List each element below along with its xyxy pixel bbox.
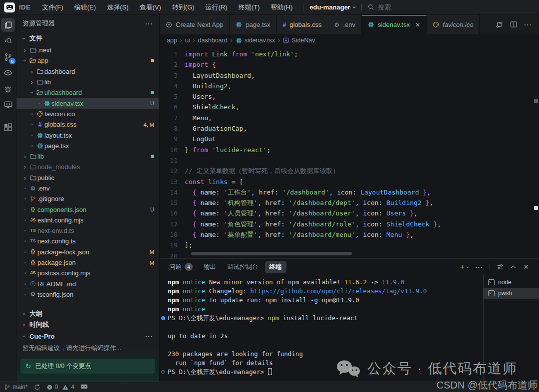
- section-outline[interactable]: › 大纲: [16, 308, 159, 319]
- editor-more-icon[interactable]: ···: [524, 21, 532, 28]
- tree-item-app[interactable]: ›app: [16, 55, 159, 66]
- tree-item-readme-md[interactable]: ⓘREADME.md: [16, 279, 159, 289]
- eye-activity-icon[interactable]: [1, 66, 15, 80]
- tree-item-lib[interactable]: ›lib: [16, 77, 159, 87]
- tree-item-public[interactable]: ›public: [16, 173, 159, 183]
- split-editor-icon[interactable]: [510, 21, 517, 28]
- chevron-collapsed-icon[interactable]: ›: [21, 153, 28, 160]
- breadcrumb-dashboard[interactable]: dashboard: [198, 37, 228, 44]
- menu-查看-v[interactable]: 查看(V): [135, 1, 165, 13]
- code-line-19[interactable]: 19];: [160, 240, 539, 250]
- code-editor[interactable]: 1import Link from 'next/link';2import {3…: [160, 47, 539, 258]
- code-line-15[interactable]: 15 { name: '机构管理', href: '/dashboard/dep…: [160, 197, 539, 208]
- menu-选择-s[interactable]: 选择(S): [102, 1, 133, 13]
- tree-item-page-tsx[interactable]: page.tsx: [16, 141, 159, 151]
- problems-indicator[interactable]: 0 4: [46, 384, 74, 391]
- tree-item-postcss-config-mjs[interactable]: JSpostcss.config.mjs: [16, 268, 159, 278]
- menu-终端-t[interactable]: 终端(T): [234, 1, 265, 13]
- search-activity-icon[interactable]: [1, 34, 15, 48]
- tree-item-gitignore[interactable]: .gitignore: [16, 194, 159, 204]
- branch-indicator[interactable]: main*: [4, 384, 28, 391]
- code-line-3[interactable]: 3 LayoutDashboard,: [160, 70, 539, 81]
- feedback-button[interactable]: [80, 384, 88, 390]
- tab-globals-css[interactable]: #globals.css: [277, 15, 328, 34]
- close-tab-icon[interactable]: ✕: [415, 21, 420, 28]
- tree-item-env[interactable]: ⚙.env: [16, 183, 159, 194]
- section-files[interactable]: › 文件: [16, 32, 159, 45]
- preview-monitor-activity-icon[interactable]: [1, 98, 15, 112]
- tree-item-dashboard[interactable]: ›dashboard: [16, 66, 159, 77]
- debug-activity-icon[interactable]: [1, 82, 15, 96]
- tree-item-node-modules[interactable]: ›node_modules: [16, 162, 159, 172]
- code-line-17[interactable]: 17 { name: '角色管理', href: '/dashboard/rol…: [160, 219, 539, 229]
- panel-tab-输出[interactable]: 输出: [199, 261, 221, 273]
- chevron-collapsed-icon[interactable]: ›: [21, 47, 28, 53]
- chevron-collapsed-icon[interactable]: ›: [21, 175, 28, 181]
- new-terminal-button[interactable]: ＋›: [459, 262, 469, 272]
- menu-转到-g[interactable]: 转到(G): [168, 1, 199, 13]
- code-line-1[interactable]: 1import Link from 'next/link';: [160, 49, 539, 59]
- code-line-12[interactable]: 12// 定义菜单数据（暂时写死，后续会从数据库读取）: [160, 166, 539, 176]
- tree-item-next[interactable]: ›.next: [16, 45, 159, 55]
- tab-create-next-app[interactable]: Create Next App: [160, 15, 230, 34]
- open-changes-icon[interactable]: [496, 21, 503, 28]
- cue-more-icon[interactable]: ···: [145, 333, 153, 340]
- panel-more-icon[interactable]: ···: [475, 263, 483, 271]
- source-control-activity-icon[interactable]: 6: [1, 50, 15, 64]
- tree-item-sidenav-tsx[interactable]: sidenav.tsxU: [16, 98, 159, 108]
- breadcrumb-sidenav-tsx[interactable]: sidenav.tsx: [236, 37, 275, 44]
- chevron-collapsed-icon[interactable]: ›: [28, 68, 35, 75]
- extensions-activity-icon[interactable]: [1, 120, 15, 134]
- menu-编辑-e[interactable]: 编辑(E): [70, 1, 100, 13]
- code-line-8[interactable]: 8 GraduationCap,: [160, 123, 539, 134]
- menu-运行-r[interactable]: 运行(R): [201, 1, 232, 13]
- section-timeline[interactable]: › 时间线: [16, 319, 159, 330]
- chevron-collapsed-icon[interactable]: ›: [21, 164, 28, 170]
- tree-item-package-json[interactable]: {}package.jsonM: [16, 257, 159, 268]
- tree-item-components-json[interactable]: {}components.jsonU: [16, 204, 159, 214]
- breadcrumb-ui[interactable]: ui: [185, 37, 190, 44]
- menu-帮助-h[interactable]: 帮助(H): [266, 1, 297, 13]
- app-logo-icon[interactable]: [4, 2, 15, 12]
- cue-status[interactable]: ↻ 已处理 0/0 个变更点: [20, 359, 155, 374]
- tree-item-next-env-d-ts[interactable]: TSnext-env.d.ts: [16, 225, 159, 236]
- panel-tab-调试控制台[interactable]: 调试控制台: [223, 261, 263, 273]
- tree-item-lib[interactable]: ›lib: [16, 151, 159, 162]
- code-line-4[interactable]: 4 Building2,: [160, 81, 539, 91]
- terminal-instance-node[interactable]: >_node: [484, 277, 539, 288]
- code-line-16[interactable]: 16 { name: '人员管理', href: '/dashboard/use…: [160, 208, 539, 218]
- tab-favicon-ico[interactable]: favicon.ico: [427, 15, 480, 34]
- code-line-2[interactable]: 2import {: [160, 59, 539, 70]
- tab-page-tsx[interactable]: page.tsx: [230, 15, 276, 34]
- horizontal-scrollbar[interactable]: [191, 252, 352, 255]
- tree-item-package-lock-json[interactable]: {}package-lock.jsonM: [16, 247, 159, 257]
- maximize-panel-icon[interactable]: [510, 264, 517, 270]
- code-line-9[interactable]: 9 LogOut: [160, 134, 539, 144]
- sidebar-more-icon[interactable]: ···: [145, 20, 153, 27]
- code-line-14[interactable]: 14 { name: '工作台', href: '/dashboard', ic…: [160, 187, 539, 197]
- tree-item-globals-css[interactable]: #globals.css4, M: [16, 119, 159, 130]
- sync-button[interactable]: [34, 384, 40, 391]
- code-line-5[interactable]: 5 Users,: [160, 91, 539, 102]
- code-line-6[interactable]: 6 ShieldCheck,: [160, 102, 539, 112]
- tree-item-favicon-ico[interactable]: favicon.ico: [16, 109, 159, 119]
- panel-tab-问题[interactable]: 问题4: [165, 261, 197, 273]
- terminal-settings-icon[interactable]: [497, 263, 504, 270]
- tab-sidenav-tsx[interactable]: sidenav.tsx✕: [362, 15, 427, 34]
- tree-item-layout-tsx[interactable]: layout.tsx: [16, 130, 159, 140]
- code-line-18[interactable]: 18 { name: '菜单配置', href: '/dashboard/men…: [160, 229, 539, 240]
- global-search[interactable]: 搜索: [368, 3, 391, 12]
- panel-tab-终端[interactable]: 终端: [265, 261, 286, 273]
- tree-item-eslint-config-mjs[interactable]: JSeslint.config.mjs: [16, 215, 159, 225]
- code-line-13[interactable]: 13const links = [: [160, 177, 539, 187]
- breadcrumb-app[interactable]: app: [167, 37, 177, 44]
- explorer-activity-icon[interactable]: [1, 18, 15, 32]
- tree-item-ui-dashboard[interactable]: ›ui\dashboard: [16, 87, 159, 98]
- code-line-10[interactable]: 10} from 'lucide-react';: [160, 145, 539, 155]
- close-panel-icon[interactable]: ✕: [523, 263, 529, 271]
- tree-item-next-config-ts[interactable]: TSnext.config.ts: [16, 236, 159, 246]
- terminal-instance-pwsh[interactable]: >_pwsh: [484, 288, 539, 299]
- chevron-collapsed-icon[interactable]: ›: [28, 79, 35, 85]
- tab-env[interactable]: ⚙.env: [328, 15, 362, 34]
- code-line-11[interactable]: 11: [160, 155, 539, 166]
